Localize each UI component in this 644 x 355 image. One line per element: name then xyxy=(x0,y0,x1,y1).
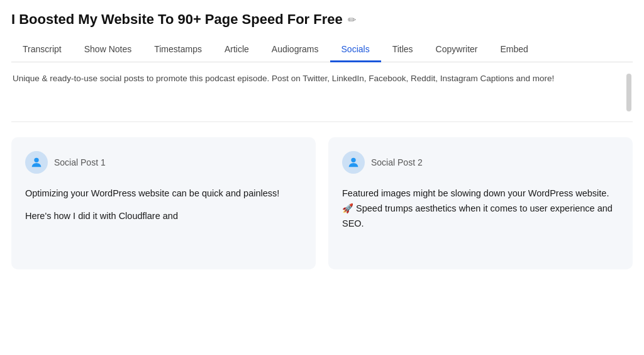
tab-titles[interactable]: Titles xyxy=(381,38,425,62)
tab-socials[interactable]: Socials xyxy=(330,38,381,62)
tab-copywriter[interactable]: Copywriter xyxy=(425,38,489,62)
svg-point-1 xyxy=(351,158,355,162)
tabs-bar: TranscriptShow NotesTimestampsArticleAud… xyxy=(11,38,633,62)
svg-point-0 xyxy=(34,158,38,162)
cards-section: Social Post 1Optimizing your WordPress w… xyxy=(11,122,633,269)
scrollbar-hint[interactable] xyxy=(626,74,631,111)
tab-audiograms[interactable]: Audiograms xyxy=(260,38,330,62)
card-label-2: Social Post 2 xyxy=(371,157,423,167)
card-header-2: Social Post 2 xyxy=(342,151,619,174)
description-bar: Unique & ready-to-use social posts to pr… xyxy=(11,62,633,122)
social-card-1: Social Post 1Optimizing your WordPress w… xyxy=(11,137,316,269)
tab-article[interactable]: Article xyxy=(213,38,260,62)
tab-embed[interactable]: Embed xyxy=(489,38,540,62)
description-text: Unique & ready-to-use social posts to pr… xyxy=(13,72,621,86)
avatar-icon-1 xyxy=(25,151,48,174)
edit-icon[interactable]: ✏ xyxy=(348,14,356,26)
tab-transcript[interactable]: Transcript xyxy=(11,38,73,62)
card-label-1: Social Post 1 xyxy=(54,157,106,167)
social-card-2: Social Post 2Featured images might be sl… xyxy=(328,137,633,269)
tab-timestamps[interactable]: Timestamps xyxy=(143,38,213,62)
card-header-1: Social Post 1 xyxy=(25,151,302,174)
page-title: I Boosted My Website To 90+ Page Speed F… xyxy=(11,11,343,28)
page-container: I Boosted My Website To 90+ Page Speed F… xyxy=(0,0,644,269)
title-row: I Boosted My Website To 90+ Page Speed F… xyxy=(11,11,633,28)
tab-show-notes[interactable]: Show Notes xyxy=(73,38,143,62)
avatar-icon-2 xyxy=(342,151,365,174)
card-body-1: Optimizing your WordPress website can be… xyxy=(25,186,302,224)
card-body-2: Featured images might be slowing down yo… xyxy=(342,186,619,232)
